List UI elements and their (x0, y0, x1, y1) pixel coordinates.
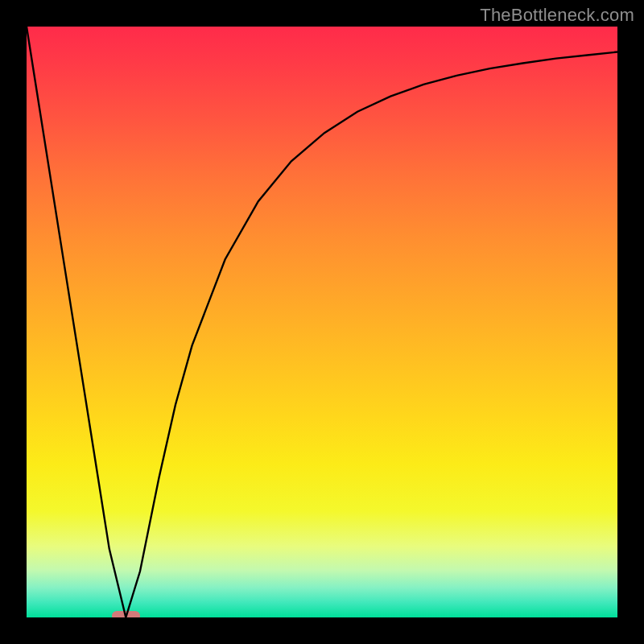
plot-area (27, 27, 617, 617)
bottleneck-curve (27, 27, 617, 617)
chart-frame: TheBottleneck.com (0, 0, 644, 644)
watermark-text: TheBottleneck.com (480, 5, 634, 26)
bottleneck-curve-path (27, 27, 617, 617)
